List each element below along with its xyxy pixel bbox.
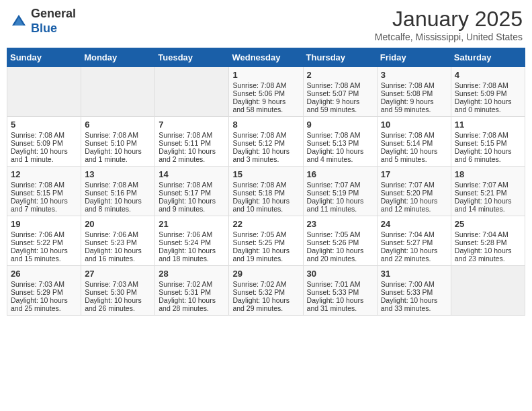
cell-info-line: Sunset: 5:09 PM	[11, 139, 77, 147]
cell-info-line: Sunset: 5:13 PM	[307, 139, 373, 147]
day-number: 5	[11, 120, 77, 130]
cell-info-line: Sunset: 5:08 PM	[381, 89, 447, 97]
cell-info-line: Sunset: 5:07 PM	[307, 89, 373, 97]
cell-info-line: Sunset: 5:28 PM	[455, 238, 521, 246]
weekday-header-tuesday: Tuesday	[155, 48, 229, 67]
cell-info-line: Daylight: 10 hours and 18 minutes.	[159, 246, 225, 263]
weekday-header-saturday: Saturday	[451, 48, 525, 67]
cell-info-line: Daylight: 10 hours and 26 minutes.	[85, 296, 151, 312]
cell-info-line: Sunrise: 7:01 AM	[307, 280, 373, 288]
cell-info-line: Daylight: 10 hours and 1 minute.	[85, 147, 151, 163]
calendar-cell: 24Sunrise: 7:04 AMSunset: 5:27 PMDayligh…	[377, 216, 451, 266]
calendar-cell: 14Sunrise: 7:08 AMSunset: 5:17 PMDayligh…	[155, 167, 229, 216]
calendar-cell: 3Sunrise: 7:08 AMSunset: 5:08 PMDaylight…	[377, 67, 451, 117]
day-number: 22	[232, 219, 299, 229]
cell-info-line: Sunset: 5:10 PM	[85, 139, 151, 147]
day-number: 27	[85, 269, 151, 279]
calendar-cell: 29Sunrise: 7:02 AMSunset: 5:32 PMDayligh…	[229, 266, 303, 316]
calendar-cell: 17Sunrise: 7:07 AMSunset: 5:20 PMDayligh…	[377, 167, 451, 216]
cell-info-line: Daylight: 10 hours and 6 minutes.	[455, 147, 521, 163]
cell-info-line: Sunrise: 7:08 AM	[381, 81, 447, 89]
day-number: 14	[159, 169, 225, 179]
calendar-cell: 10Sunrise: 7:08 AMSunset: 5:14 PMDayligh…	[377, 117, 451, 167]
calendar-cell: 22Sunrise: 7:05 AMSunset: 5:25 PMDayligh…	[229, 216, 303, 266]
cell-info-line: Sunset: 5:24 PM	[159, 238, 225, 246]
calendar-cell: 26Sunrise: 7:03 AMSunset: 5:29 PMDayligh…	[7, 266, 81, 316]
cell-info-line: Sunrise: 7:08 AM	[159, 131, 225, 139]
cell-info-line: Sunset: 5:32 PM	[232, 288, 299, 296]
cell-info-line: Sunset: 5:11 PM	[159, 139, 225, 147]
day-number: 4	[455, 70, 521, 80]
calendar-cell	[451, 266, 525, 316]
cell-info-line: Sunrise: 7:08 AM	[85, 131, 151, 139]
cell-info-line: Sunrise: 7:08 AM	[11, 181, 77, 189]
day-number: 16	[307, 169, 373, 179]
day-number: 28	[159, 269, 225, 279]
day-number: 8	[232, 120, 299, 130]
calendar-cell: 18Sunrise: 7:07 AMSunset: 5:21 PMDayligh…	[451, 167, 525, 216]
cell-info-line: Sunrise: 7:08 AM	[455, 131, 521, 139]
cell-info-line: Daylight: 10 hours and 3 minutes.	[232, 147, 299, 163]
cell-info-line: Sunset: 5:15 PM	[11, 189, 77, 197]
day-number: 7	[159, 120, 225, 130]
cell-info-line: Sunrise: 7:08 AM	[85, 181, 151, 189]
cell-info-line: Sunrise: 7:06 AM	[11, 230, 77, 238]
calendar-cell: 20Sunrise: 7:06 AMSunset: 5:23 PMDayligh…	[81, 216, 155, 266]
cell-info-line: Sunset: 5:33 PM	[307, 288, 373, 296]
day-number: 2	[307, 70, 373, 80]
week-row-2: 5Sunrise: 7:08 AMSunset: 5:09 PMDaylight…	[7, 117, 525, 167]
cell-info-line: Sunrise: 7:05 AM	[307, 230, 373, 238]
day-number: 18	[455, 169, 521, 179]
day-number: 31	[381, 269, 447, 279]
calendar-table: SundayMondayTuesdayWednesdayThursdayFrid…	[7, 48, 525, 316]
day-number: 17	[381, 169, 447, 179]
cell-info-line: Sunset: 5:19 PM	[307, 189, 373, 197]
cell-info-line: Sunset: 5:14 PM	[381, 139, 447, 147]
calendar-cell: 28Sunrise: 7:02 AMSunset: 5:31 PMDayligh…	[155, 266, 229, 316]
calendar-cell: 8Sunrise: 7:08 AMSunset: 5:12 PMDaylight…	[229, 117, 303, 167]
calendar-cell: 1Sunrise: 7:08 AMSunset: 5:06 PMDaylight…	[229, 67, 303, 117]
cell-info-line: Daylight: 10 hours and 25 minutes.	[11, 296, 77, 312]
week-row-1: 1Sunrise: 7:08 AMSunset: 5:06 PMDaylight…	[7, 67, 525, 117]
weekday-header-friday: Friday	[377, 48, 451, 67]
cell-info-line: Sunset: 5:31 PM	[159, 288, 225, 296]
cell-info-line: Sunrise: 7:02 AM	[232, 280, 299, 288]
calendar-cell: 15Sunrise: 7:08 AMSunset: 5:18 PMDayligh…	[229, 167, 303, 216]
calendar-cell: 9Sunrise: 7:08 AMSunset: 5:13 PMDaylight…	[303, 117, 377, 167]
cell-info-line: Sunset: 5:23 PM	[85, 238, 151, 246]
day-number: 12	[11, 169, 77, 179]
title-block: January 2025 Metcalfe, Mississippi, Unit…	[375, 7, 523, 42]
cell-info-line: Sunset: 5:18 PM	[232, 189, 299, 197]
cell-info-line: Daylight: 9 hours and 58 minutes.	[232, 97, 299, 113]
cell-info-line: Daylight: 10 hours and 22 minutes.	[381, 246, 447, 263]
calendar-cell: 21Sunrise: 7:06 AMSunset: 5:24 PMDayligh…	[155, 216, 229, 266]
cell-info-line: Daylight: 10 hours and 16 minutes.	[85, 246, 151, 263]
week-row-4: 19Sunrise: 7:06 AMSunset: 5:22 PMDayligh…	[7, 216, 525, 266]
cell-info-line: Sunset: 5:29 PM	[11, 288, 77, 296]
cell-info-line: Daylight: 10 hours and 9 minutes.	[159, 197, 225, 213]
cell-info-line: Sunrise: 7:03 AM	[11, 280, 77, 288]
cell-info-line: Daylight: 10 hours and 2 minutes.	[159, 147, 225, 163]
cell-info-line: Daylight: 10 hours and 11 minutes.	[307, 197, 373, 213]
calendar-cell: 27Sunrise: 7:03 AMSunset: 5:30 PMDayligh…	[81, 266, 155, 316]
day-number: 21	[159, 219, 225, 229]
cell-info-line: Sunrise: 7:08 AM	[307, 131, 373, 139]
logo-blue-text: Blue	[31, 21, 57, 35]
cell-info-line: Daylight: 9 hours and 59 minutes.	[307, 97, 373, 113]
cell-info-line: Sunrise: 7:08 AM	[11, 131, 77, 139]
day-number: 11	[455, 120, 521, 130]
calendar-cell: 16Sunrise: 7:07 AMSunset: 5:19 PMDayligh…	[303, 167, 377, 216]
cell-info-line: Sunrise: 7:08 AM	[455, 81, 521, 89]
day-number: 25	[455, 219, 521, 229]
calendar-cell: 23Sunrise: 7:05 AMSunset: 5:26 PMDayligh…	[303, 216, 377, 266]
cell-info-line: Daylight: 10 hours and 33 minutes.	[381, 296, 447, 312]
cell-info-line: Sunrise: 7:08 AM	[381, 131, 447, 139]
calendar-cell: 30Sunrise: 7:01 AMSunset: 5:33 PMDayligh…	[303, 266, 377, 316]
cell-info-line: Sunrise: 7:04 AM	[455, 230, 521, 238]
cell-info-line: Sunset: 5:06 PM	[232, 89, 299, 97]
cell-info-line: Sunrise: 7:08 AM	[159, 181, 225, 189]
day-number: 6	[85, 120, 151, 130]
cell-info-line: Daylight: 10 hours and 20 minutes.	[307, 246, 373, 263]
cell-info-line: Sunrise: 7:05 AM	[232, 230, 299, 238]
page-header: General Blue January 2025 Metcalfe, Miss…	[7, 7, 525, 42]
